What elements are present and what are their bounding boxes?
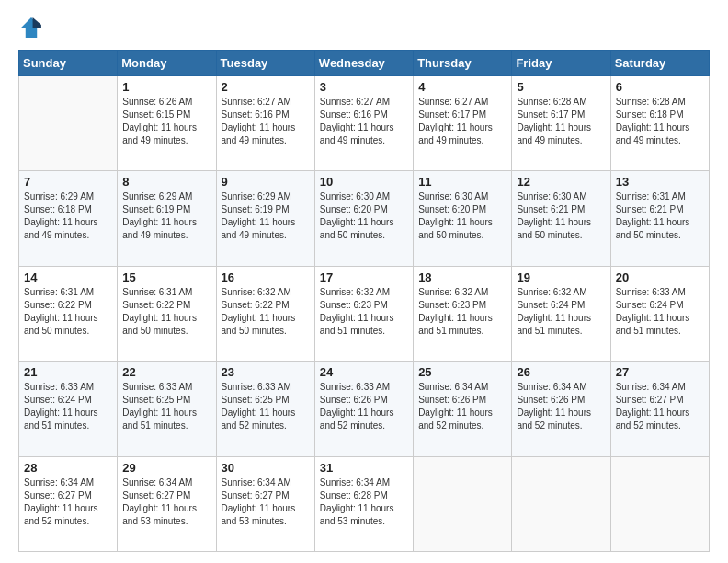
day-info: Sunrise: 6:34 AMSunset: 6:28 PMDaylight:… <box>320 477 408 528</box>
weekday-header-tuesday: Tuesday <box>216 51 314 76</box>
weekday-header-thursday: Thursday <box>414 51 512 76</box>
calendar-week-row: 21Sunrise: 6:33 AMSunset: 6:24 PMDayligh… <box>19 362 710 456</box>
day-info: Sunrise: 6:34 AMSunset: 6:27 PMDaylight:… <box>616 381 704 432</box>
calendar-cell: 22Sunrise: 6:33 AMSunset: 6:25 PMDayligh… <box>118 362 216 456</box>
day-info: Sunrise: 6:31 AMSunset: 6:22 PMDaylight:… <box>24 286 112 338</box>
calendar-cell: 1Sunrise: 6:26 AMSunset: 6:15 PMDaylight… <box>118 76 216 171</box>
day-number: 15 <box>122 270 210 284</box>
day-number: 12 <box>517 175 605 189</box>
day-info: Sunrise: 6:33 AMSunset: 6:26 PMDaylight:… <box>320 381 408 432</box>
day-number: 6 <box>616 80 704 94</box>
day-number: 24 <box>320 365 408 379</box>
day-number: 1 <box>122 80 210 94</box>
weekday-header-friday: Friday <box>512 51 610 76</box>
calendar-cell: 15Sunrise: 6:31 AMSunset: 6:22 PMDayligh… <box>118 266 216 361</box>
calendar-cell: 9Sunrise: 6:29 AMSunset: 6:19 PMDaylight… <box>216 171 314 266</box>
calendar-week-row: 7Sunrise: 6:29 AMSunset: 6:18 PMDaylight… <box>19 171 710 266</box>
calendar-cell: 3Sunrise: 6:27 AMSunset: 6:16 PMDaylight… <box>314 76 413 171</box>
calendar-week-row: 1Sunrise: 6:26 AMSunset: 6:15 PMDaylight… <box>19 76 710 171</box>
calendar-cell: 16Sunrise: 6:32 AMSunset: 6:22 PMDayligh… <box>216 266 314 361</box>
calendar-cell <box>512 456 610 551</box>
calendar-cell: 29Sunrise: 6:34 AMSunset: 6:27 PMDayligh… <box>118 456 216 551</box>
header <box>18 15 710 40</box>
calendar-cell: 7Sunrise: 6:29 AMSunset: 6:18 PMDaylight… <box>19 171 118 266</box>
day-info: Sunrise: 6:32 AMSunset: 6:22 PMDaylight:… <box>222 286 310 338</box>
day-info: Sunrise: 6:28 AMSunset: 6:17 PMDaylight:… <box>517 96 605 147</box>
calendar-cell: 2Sunrise: 6:27 AMSunset: 6:16 PMDaylight… <box>216 76 314 171</box>
day-info: Sunrise: 6:32 AMSunset: 6:24 PMDaylight:… <box>517 286 605 338</box>
day-info: Sunrise: 6:33 AMSunset: 6:25 PMDaylight:… <box>222 381 310 432</box>
calendar-cell: 19Sunrise: 6:32 AMSunset: 6:24 PMDayligh… <box>512 266 610 361</box>
calendar-cell: 5Sunrise: 6:28 AMSunset: 6:17 PMDaylight… <box>512 76 610 171</box>
day-info: Sunrise: 6:27 AMSunset: 6:16 PMDaylight:… <box>320 96 408 147</box>
calendar-cell: 18Sunrise: 6:32 AMSunset: 6:23 PMDayligh… <box>414 266 512 361</box>
day-info: Sunrise: 6:34 AMSunset: 6:26 PMDaylight:… <box>418 381 506 432</box>
day-info: Sunrise: 6:32 AMSunset: 6:23 PMDaylight:… <box>320 286 408 338</box>
calendar-cell <box>414 456 512 551</box>
day-info: Sunrise: 6:29 AMSunset: 6:19 PMDaylight:… <box>222 190 310 242</box>
day-number: 28 <box>24 461 112 475</box>
day-number: 3 <box>320 80 408 94</box>
day-number: 18 <box>418 270 506 284</box>
weekday-header-wednesday: Wednesday <box>314 51 413 76</box>
day-info: Sunrise: 6:33 AMSunset: 6:25 PMDaylight:… <box>122 381 210 432</box>
page: SundayMondayTuesdayWednesdayThursdayFrid… <box>0 0 728 563</box>
day-number: 11 <box>418 175 506 189</box>
day-number: 20 <box>616 270 704 284</box>
day-number: 31 <box>320 461 408 475</box>
day-number: 22 <box>122 365 210 379</box>
calendar-cell <box>19 76 118 171</box>
calendar-cell: 26Sunrise: 6:34 AMSunset: 6:26 PMDayligh… <box>512 362 610 456</box>
day-number: 13 <box>616 175 704 189</box>
calendar-cell: 17Sunrise: 6:32 AMSunset: 6:23 PMDayligh… <box>314 266 413 361</box>
calendar-cell <box>610 456 709 551</box>
calendar-cell: 25Sunrise: 6:34 AMSunset: 6:26 PMDayligh… <box>414 362 512 456</box>
calendar-week-row: 28Sunrise: 6:34 AMSunset: 6:27 PMDayligh… <box>19 456 710 551</box>
day-info: Sunrise: 6:31 AMSunset: 6:21 PMDaylight:… <box>616 190 704 242</box>
day-number: 4 <box>418 80 506 94</box>
day-info: Sunrise: 6:27 AMSunset: 6:17 PMDaylight:… <box>418 96 506 147</box>
day-number: 27 <box>616 365 704 379</box>
day-info: Sunrise: 6:29 AMSunset: 6:18 PMDaylight:… <box>24 190 112 242</box>
day-info: Sunrise: 6:33 AMSunset: 6:24 PMDaylight:… <box>24 381 112 432</box>
day-info: Sunrise: 6:29 AMSunset: 6:19 PMDaylight:… <box>122 190 210 242</box>
calendar-cell: 11Sunrise: 6:30 AMSunset: 6:20 PMDayligh… <box>414 171 512 266</box>
calendar-cell: 10Sunrise: 6:30 AMSunset: 6:20 PMDayligh… <box>314 171 413 266</box>
day-number: 2 <box>222 80 310 94</box>
day-info: Sunrise: 6:31 AMSunset: 6:22 PMDaylight:… <box>122 286 210 338</box>
logo-icon <box>18 15 44 40</box>
calendar-cell: 4Sunrise: 6:27 AMSunset: 6:17 PMDaylight… <box>414 76 512 171</box>
day-number: 26 <box>517 365 605 379</box>
day-info: Sunrise: 6:34 AMSunset: 6:27 PMDaylight:… <box>222 477 310 528</box>
day-number: 8 <box>122 175 210 189</box>
day-info: Sunrise: 6:34 AMSunset: 6:27 PMDaylight:… <box>24 477 112 528</box>
calendar-cell: 13Sunrise: 6:31 AMSunset: 6:21 PMDayligh… <box>610 171 709 266</box>
day-number: 5 <box>517 80 605 94</box>
day-number: 25 <box>418 365 506 379</box>
day-number: 19 <box>517 270 605 284</box>
day-info: Sunrise: 6:27 AMSunset: 6:16 PMDaylight:… <box>222 96 310 147</box>
day-info: Sunrise: 6:30 AMSunset: 6:21 PMDaylight:… <box>517 190 605 242</box>
calendar-cell: 27Sunrise: 6:34 AMSunset: 6:27 PMDayligh… <box>610 362 709 456</box>
day-info: Sunrise: 6:34 AMSunset: 6:26 PMDaylight:… <box>517 381 605 432</box>
calendar-week-row: 14Sunrise: 6:31 AMSunset: 6:22 PMDayligh… <box>19 266 710 361</box>
day-number: 21 <box>24 365 112 379</box>
day-number: 14 <box>24 270 112 284</box>
calendar-cell: 30Sunrise: 6:34 AMSunset: 6:27 PMDayligh… <box>216 456 314 551</box>
day-info: Sunrise: 6:34 AMSunset: 6:27 PMDaylight:… <box>122 477 210 528</box>
calendar-cell: 14Sunrise: 6:31 AMSunset: 6:22 PMDayligh… <box>19 266 118 361</box>
day-number: 17 <box>320 270 408 284</box>
weekday-header-sunday: Sunday <box>19 51 118 76</box>
calendar-cell: 23Sunrise: 6:33 AMSunset: 6:25 PMDayligh… <box>216 362 314 456</box>
day-number: 23 <box>222 365 310 379</box>
day-info: Sunrise: 6:30 AMSunset: 6:20 PMDaylight:… <box>320 190 408 242</box>
calendar-cell: 8Sunrise: 6:29 AMSunset: 6:19 PMDaylight… <box>118 171 216 266</box>
day-info: Sunrise: 6:28 AMSunset: 6:18 PMDaylight:… <box>616 96 704 147</box>
day-info: Sunrise: 6:32 AMSunset: 6:23 PMDaylight:… <box>418 286 506 338</box>
calendar-cell: 12Sunrise: 6:30 AMSunset: 6:21 PMDayligh… <box>512 171 610 266</box>
weekday-header-saturday: Saturday <box>610 51 709 76</box>
day-number: 29 <box>122 461 210 475</box>
calendar-cell: 20Sunrise: 6:33 AMSunset: 6:24 PMDayligh… <box>610 266 709 361</box>
calendar-cell: 28Sunrise: 6:34 AMSunset: 6:27 PMDayligh… <box>19 456 118 551</box>
weekday-header-monday: Monday <box>118 51 216 76</box>
